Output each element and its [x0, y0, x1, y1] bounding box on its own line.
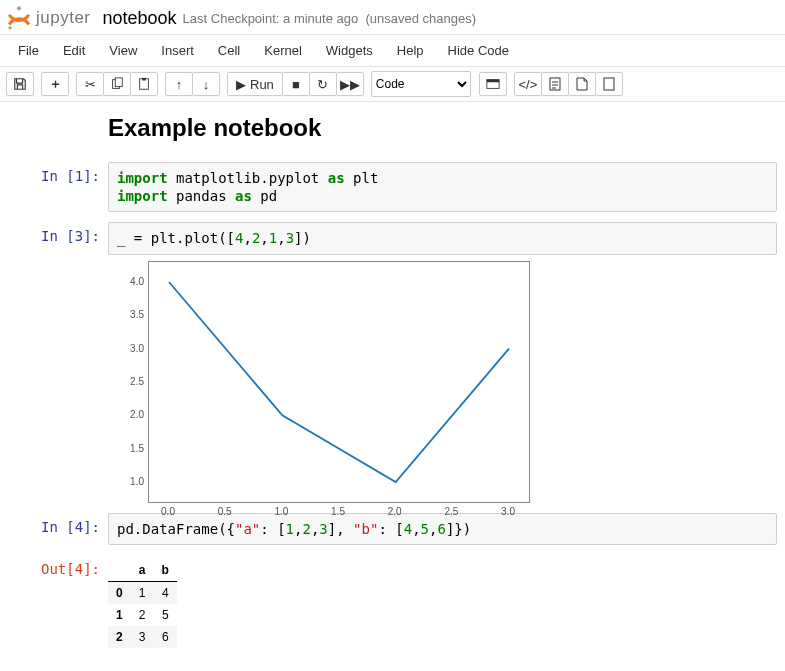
dataframe-output: ab 014 125 236	[108, 559, 177, 648]
output-cell-3: Out[4]: ab 014 125 236	[0, 553, 785, 650]
svg-text:2.0: 2.0	[130, 409, 144, 420]
menu-hide-code[interactable]: Hide Code	[436, 37, 521, 64]
table-row: 125	[108, 604, 177, 626]
svg-text:3.0: 3.0	[501, 506, 515, 517]
svg-text:0.0: 0.0	[161, 506, 175, 517]
svg-text:0.5: 0.5	[218, 506, 232, 517]
logo-text: jupyter	[36, 8, 91, 28]
code-button[interactable]: </>	[514, 72, 542, 96]
restart-button[interactable]: ↻	[309, 72, 337, 96]
menubar: File Edit View Insert Cell Kernel Widget…	[0, 35, 785, 67]
heading-cell[interactable]: Example notebook	[0, 108, 785, 154]
code-input[interactable]: import matplotlib.pyplot as plt import p…	[108, 162, 777, 212]
menu-view[interactable]: View	[97, 37, 149, 64]
cell-type-select[interactable]: Code	[371, 71, 471, 97]
svg-text:2.5: 2.5	[130, 376, 144, 387]
add-cell-button[interactable]: ＋	[41, 72, 69, 96]
in-prompt: In [4]:	[8, 513, 108, 545]
svg-text:4.0: 4.0	[130, 276, 144, 287]
stop-button[interactable]: ■	[282, 72, 310, 96]
code-cell-2[interactable]: In [3]: _ = plt.plot([4,2,1,3]) 1.01.52.…	[0, 220, 785, 504]
menu-widgets[interactable]: Widgets	[314, 37, 385, 64]
svg-text:3.0: 3.0	[130, 342, 144, 353]
play-icon: ▶	[236, 77, 246, 92]
svg-rect-5	[142, 78, 146, 81]
menu-insert[interactable]: Insert	[149, 37, 206, 64]
plot-output: 1.01.52.02.53.03.54.0 0.00.51.01.52.02.5…	[108, 261, 777, 503]
table-row: 014	[108, 581, 177, 604]
notebook-title[interactable]: notebook	[103, 8, 177, 29]
code-input[interactable]: _ = plt.plot([4,2,1,3])	[108, 222, 777, 254]
checkpoint-text: Last Checkpoint: a minute ago (unsaved c…	[183, 11, 476, 26]
jupyter-logo[interactable]: jupyter	[6, 4, 91, 32]
move-down-button[interactable]: ↓	[192, 72, 220, 96]
run-all-button[interactable]: ▶▶	[336, 72, 364, 96]
svg-point-1	[8, 26, 11, 29]
svg-text:1.0: 1.0	[274, 506, 288, 517]
command-palette-button[interactable]	[479, 72, 507, 96]
svg-text:2.0: 2.0	[388, 506, 402, 517]
save-button[interactable]	[6, 72, 34, 96]
svg-text:3.5: 3.5	[130, 309, 144, 320]
html-icon-button[interactable]	[541, 72, 569, 96]
out-prompt: Out[4]:	[8, 555, 108, 648]
menu-file[interactable]: File	[6, 37, 51, 64]
toolbar: ＋ ✂ ↑ ↓ ▶Run ■ ↻ ▶▶ Code </>	[0, 67, 785, 102]
svg-text:2.5: 2.5	[444, 506, 458, 517]
cut-button[interactable]: ✂	[76, 72, 104, 96]
table-row: 236	[108, 626, 177, 648]
header: jupyter notebook Last Checkpoint: a minu…	[0, 0, 785, 35]
copy-button[interactable]	[103, 72, 131, 96]
notebook-area: Example notebook In [1]: import matplotl…	[0, 102, 785, 671]
menu-kernel[interactable]: Kernel	[252, 37, 314, 64]
doc-icon-button[interactable]	[595, 72, 623, 96]
svg-text:1.5: 1.5	[331, 506, 345, 517]
run-button[interactable]: ▶Run	[227, 72, 283, 96]
menu-cell[interactable]: Cell	[206, 37, 252, 64]
svg-rect-9	[604, 78, 614, 90]
menu-help[interactable]: Help	[385, 37, 436, 64]
svg-text:1.0: 1.0	[130, 476, 144, 487]
paste-button[interactable]	[130, 72, 158, 96]
pdf-icon-button[interactable]	[568, 72, 596, 96]
in-prompt: In [3]:	[8, 222, 108, 502]
svg-text:1.5: 1.5	[130, 442, 144, 453]
nb-heading: Example notebook	[108, 114, 777, 142]
in-prompt: In [1]:	[8, 162, 108, 212]
code-cell-1[interactable]: In [1]: import matplotlib.pyplot as plt …	[0, 160, 785, 214]
menu-edit[interactable]: Edit	[51, 37, 97, 64]
svg-rect-7	[487, 80, 499, 83]
svg-point-0	[17, 6, 21, 10]
svg-rect-3	[115, 78, 122, 87]
move-up-button[interactable]: ↑	[165, 72, 193, 96]
